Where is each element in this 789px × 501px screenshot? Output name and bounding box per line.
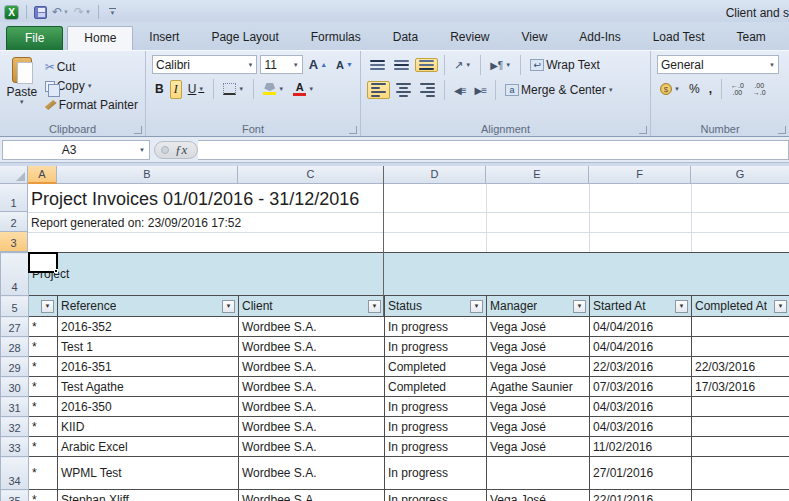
cell[interactable]: Wordbee S.A. bbox=[239, 437, 385, 457]
cell[interactable]: Vega José bbox=[487, 397, 590, 417]
filter-icon[interactable]: ▼ bbox=[774, 300, 787, 313]
cell[interactable]: KIID bbox=[58, 417, 239, 437]
column-header-D[interactable]: D bbox=[384, 166, 486, 184]
save-icon[interactable] bbox=[34, 6, 47, 19]
wrap-text-button[interactable]: ↩Wrap Text bbox=[527, 57, 603, 73]
merge-center-button[interactable]: aMerge & Center ▼ bbox=[502, 82, 617, 98]
header-cell[interactable]: Completed At▼ bbox=[692, 296, 789, 317]
dialog-launcher-icon[interactable] bbox=[349, 126, 357, 134]
paste-button[interactable]: Paste ▼ bbox=[6, 57, 38, 122]
cell[interactable] bbox=[692, 437, 789, 457]
cut-button[interactable]: ✂Cut bbox=[42, 59, 141, 75]
borders-button[interactable]: ▼ bbox=[220, 82, 247, 96]
fill-handle[interactable] bbox=[54, 269, 58, 273]
cell[interactable]: Completed bbox=[385, 377, 487, 397]
align-right-button[interactable] bbox=[417, 82, 438, 98]
cell[interactable] bbox=[692, 397, 789, 417]
header-cell[interactable]: Manager▼ bbox=[487, 296, 590, 317]
column-header-A[interactable]: A bbox=[28, 166, 57, 184]
row-number[interactable]: 33 bbox=[1, 437, 29, 457]
cell[interactable]: Wordbee S.A. bbox=[239, 397, 385, 417]
column-header-E[interactable]: E bbox=[486, 166, 589, 184]
row-number[interactable]: 4 bbox=[1, 253, 29, 296]
column-header-B[interactable]: B bbox=[57, 166, 238, 184]
font-color-button[interactable]: A▼ bbox=[290, 81, 317, 97]
comma-style-button[interactable]: , bbox=[706, 81, 715, 97]
cell[interactable]: Test 1 bbox=[58, 337, 239, 357]
row-number[interactable]: 5 bbox=[1, 296, 29, 317]
cell[interactable]: Wordbee S.A. bbox=[239, 317, 385, 337]
dialog-launcher-icon[interactable] bbox=[639, 126, 647, 134]
cell[interactable]: 2016-352 bbox=[58, 317, 239, 337]
row-number[interactable]: 30 bbox=[1, 377, 29, 397]
cell[interactable]: Stephan Xliff bbox=[58, 490, 239, 501]
cell[interactable]: WPML Test bbox=[58, 457, 239, 490]
cell[interactable]: 04/04/2016 bbox=[590, 337, 692, 357]
cell[interactable]: * bbox=[29, 457, 58, 490]
decrease-indent-button[interactable]: ◀≡ bbox=[451, 84, 469, 97]
cell[interactable]: Completed bbox=[385, 357, 487, 377]
filter-icon[interactable]: ▼ bbox=[222, 300, 235, 313]
row-number[interactable]: 2 bbox=[0, 212, 28, 232]
italic-button[interactable]: I bbox=[170, 80, 182, 99]
dialog-launcher-icon[interactable] bbox=[134, 126, 142, 134]
undo-button[interactable]: ↶▼ bbox=[52, 5, 69, 19]
align-left-button[interactable] bbox=[367, 81, 390, 99]
cell[interactable]: * bbox=[29, 417, 58, 437]
fill-color-button[interactable]: ▼ bbox=[260, 82, 287, 96]
cell[interactable]: Vega José bbox=[487, 357, 590, 377]
cell[interactable]: * bbox=[29, 490, 58, 501]
row-number[interactable]: 1 bbox=[0, 184, 28, 212]
row-number[interactable]: 28 bbox=[1, 337, 29, 357]
cell[interactable]: * bbox=[29, 397, 58, 417]
cell[interactable]: Agathe Saunier bbox=[487, 377, 590, 397]
ribbon-tab-add-ins[interactable]: Add-Ins bbox=[563, 26, 636, 50]
ribbon-tab-review[interactable]: Review bbox=[434, 26, 505, 50]
header-cell[interactable]: Client▼ bbox=[239, 296, 385, 317]
excel-logo-icon[interactable]: X bbox=[4, 5, 19, 20]
cell[interactable] bbox=[692, 317, 789, 337]
ribbon-tab-home[interactable]: Home bbox=[67, 26, 133, 50]
cell[interactable]: 07/03/2016 bbox=[590, 377, 692, 397]
cell[interactable]: In progress bbox=[385, 417, 487, 437]
header-cell[interactable]: Status▼ bbox=[385, 296, 487, 317]
filter-icon[interactable]: ▼ bbox=[368, 300, 381, 313]
cell[interactable]: Wordbee S.A. bbox=[239, 337, 385, 357]
ribbon-tab-data[interactable]: Data bbox=[377, 26, 434, 50]
cell[interactable]: Test Agathe bbox=[58, 377, 239, 397]
increase-decimal-button[interactable]: ←.0.00 bbox=[728, 81, 747, 97]
header-cell[interactable]: Reference▼ bbox=[58, 296, 239, 317]
formula-input[interactable] bbox=[198, 140, 789, 160]
grow-font-button[interactable]: A▲ bbox=[306, 56, 330, 73]
percent-style-button[interactable]: % bbox=[686, 81, 703, 97]
name-box[interactable]: A3 ▼ bbox=[2, 140, 150, 160]
cell[interactable]: In progress bbox=[385, 457, 487, 490]
underline-button[interactable]: U ▼ bbox=[185, 81, 208, 97]
column-header-C[interactable]: C bbox=[238, 166, 384, 184]
cell[interactable]: Arabic Excel bbox=[58, 437, 239, 457]
header-cell[interactable]: ▼ bbox=[29, 296, 58, 317]
copy-button[interactable]: Copy ▼ bbox=[42, 78, 141, 94]
align-bottom-button[interactable] bbox=[415, 58, 438, 72]
section-banner-cell[interactable]: Project bbox=[29, 253, 789, 296]
filter-icon[interactable]: ▼ bbox=[470, 300, 483, 313]
align-top-button[interactable] bbox=[367, 59, 388, 71]
row-number[interactable]: 35 bbox=[1, 490, 29, 501]
decrease-decimal-button[interactable]: .00→.0 bbox=[750, 81, 769, 97]
increase-indent-button[interactable]: ▶≡ bbox=[472, 84, 490, 97]
cell[interactable]: 22/03/2016 bbox=[692, 357, 789, 377]
cell[interactable]: Vega José bbox=[487, 417, 590, 437]
ribbon-tab-file[interactable]: File bbox=[6, 26, 63, 50]
ribbon-tab-view[interactable]: View bbox=[506, 26, 564, 50]
format-painter-button[interactable]: Format Painter bbox=[42, 97, 141, 113]
text-direction-button[interactable]: ▶¶▼ bbox=[487, 59, 514, 72]
cell[interactable] bbox=[692, 417, 789, 437]
filter-icon[interactable]: ▼ bbox=[675, 300, 688, 313]
customize-qat-button[interactable]: ▼ bbox=[109, 8, 116, 16]
row-number[interactable]: 27 bbox=[1, 317, 29, 337]
cell[interactable]: Vega José bbox=[487, 437, 590, 457]
column-header-G[interactable]: G bbox=[691, 166, 789, 184]
cell[interactable] bbox=[692, 337, 789, 357]
cell[interactable]: Wordbee S.A. bbox=[239, 357, 385, 377]
cell[interactable]: In progress bbox=[385, 337, 487, 357]
